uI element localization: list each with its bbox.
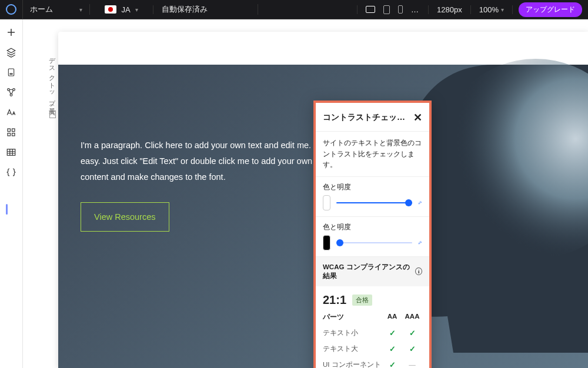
svg-rect-1 <box>10 73 12 74</box>
row-label: テキスト大 <box>323 344 382 353</box>
wcag-heading: WCAG コンプライアンスの結果 i <box>316 257 429 286</box>
table-header-aa: AA <box>382 313 402 322</box>
page-icon[interactable] <box>5 66 17 78</box>
tablet-icon[interactable] <box>383 5 390 14</box>
color-brightness-label-2: 色と明度 <box>323 223 422 232</box>
add-icon[interactable] <box>5 26 17 38</box>
contrast-description: サイトのテキストと背景色のコントラスト比をチェックします。 <box>323 138 422 170</box>
background-swatch[interactable] <box>323 235 330 250</box>
home-label: ホーム <box>30 4 53 15</box>
foreground-brightness-slider[interactable] <box>336 198 412 208</box>
svg-rect-8 <box>12 133 15 136</box>
hero-paragraph[interactable]: I'm a paragraph. Click here to add your … <box>81 138 333 185</box>
table-row: UI コンポーネント ✓ — <box>323 357 422 368</box>
desktop-icon[interactable] <box>366 6 375 13</box>
left-toolbar <box>0 19 23 368</box>
compliance-table: パーツ AA AAA テキスト小 ✓ ✓ テキスト大 ✓ ✓ UI コンポーネン… <box>316 312 429 368</box>
svg-rect-5 <box>8 129 11 132</box>
row-aa: ✓ <box>382 360 402 368</box>
connections-icon[interactable] <box>5 86 17 98</box>
canvas-width-display[interactable]: 1280px <box>429 5 471 14</box>
copy-icon[interactable] <box>49 111 56 118</box>
editor-stage: デスクトップ（最大） I'm a paragraph. Click here t… <box>23 19 588 368</box>
pass-badge: 合格 <box>352 295 372 306</box>
upgrade-button[interactable]: アップグレード <box>519 2 582 17</box>
home-dropdown[interactable]: ホーム ▾ <box>23 4 90 15</box>
page-section-marker[interactable] <box>6 204 8 215</box>
language-label: JA <box>121 5 130 14</box>
typography-icon[interactable] <box>5 106 17 118</box>
chevron-down-icon: ▾ <box>135 6 138 13</box>
autosave-status: 自動保存済み <box>153 4 258 15</box>
table-header-aaa: AAA <box>402 313 422 322</box>
zoom-control[interactable]: 100% ▾ <box>471 5 513 14</box>
wcag-label: WCAG コンプライアンスの結果 <box>323 263 412 280</box>
row-aaa: ✓ <box>402 329 422 337</box>
row-aaa: — <box>402 361 422 368</box>
language-selector[interactable]: JA ▾ <box>90 5 153 14</box>
table-row: テキスト大 ✓ ✓ <box>323 341 422 357</box>
row-aa: ✓ <box>382 329 402 337</box>
row-label: テキスト小 <box>323 329 382 337</box>
phone-icon[interactable] <box>398 5 403 14</box>
device-switcher: … <box>357 5 429 14</box>
color-brightness-label-1: 色と明度 <box>323 183 422 192</box>
chevron-down-icon: ▾ <box>501 6 504 13</box>
eyedropper-icon[interactable] <box>418 198 422 208</box>
code-braces-icon[interactable] <box>5 166 17 178</box>
more-devices[interactable]: … <box>411 5 420 14</box>
top-bar: ホーム ▾ JA ▾ 自動保存済み … 1280px 100% ▾ アップグレー… <box>0 0 588 19</box>
background-brightness-slider[interactable] <box>336 238 412 247</box>
chevron-down-icon: ▾ <box>79 6 82 13</box>
row-aa: ✓ <box>382 344 402 353</box>
table-header-parts: パーツ <box>323 313 382 322</box>
svg-rect-9 <box>7 149 15 156</box>
table-row: テキスト小 ✓ ✓ <box>323 325 422 341</box>
layers-icon[interactable] <box>5 46 17 58</box>
row-label: UI コンポーネント <box>323 360 382 368</box>
row-aaa: ✓ <box>402 344 422 353</box>
view-resources-button[interactable]: View Resources <box>81 202 169 232</box>
components-icon[interactable] <box>5 126 17 138</box>
device-label-text: デスクトップ（最大） <box>49 53 56 105</box>
close-icon[interactable]: ✕ <box>413 111 422 124</box>
info-icon[interactable]: i <box>415 267 422 275</box>
zoom-value: 100% <box>479 5 499 14</box>
svg-rect-7 <box>8 133 11 136</box>
contrast-ratio: 21:1 <box>323 293 346 307</box>
contrast-panel-title: コントラストチェッ… <box>323 112 410 123</box>
flag-japan-icon <box>105 5 116 14</box>
foreground-swatch[interactable] <box>323 195 330 210</box>
app-logo-icon[interactable] <box>0 0 23 19</box>
table-icon[interactable] <box>5 146 17 158</box>
svg-rect-0 <box>8 69 14 76</box>
contrast-checker-panel: コントラストチェッ… ✕ サイトのテキストと背景色のコントラスト比をチェックしま… <box>313 101 432 368</box>
device-label-vertical: デスクトップ（最大） <box>48 53 56 118</box>
svg-rect-6 <box>12 129 15 132</box>
eyedropper-icon[interactable] <box>418 238 422 247</box>
